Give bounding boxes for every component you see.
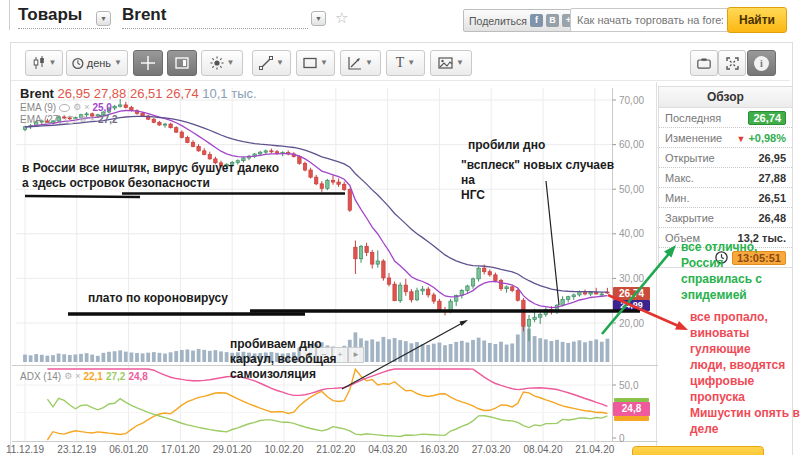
clock-icon [72,57,84,70]
adx-line [47,398,607,436]
ema27-value: 27,2 [98,114,117,125]
eye-icon[interactable] [65,116,76,124]
forecast-icon [348,56,362,70]
crosshair-icon [141,56,155,70]
chevron-down-icon: ▼ [276,59,284,67]
symbol-label[interactable]: Brent [122,5,166,24]
image-tool-button[interactable]: ▼ [430,50,472,76]
overview-row-last: Последняя 26,74 [659,108,792,128]
theme-button[interactable]: ▼ [201,50,243,76]
eye-icon[interactable] [59,104,70,112]
snapshot-button[interactable] [690,50,718,76]
fullscreen-button[interactable] [718,50,746,76]
date-label: 11.12.19 [0,444,51,455]
note-optimistic[interactable]: все отлично, Россия справилась с эпидеми… [681,239,795,303]
svg-text:70,00: 70,00 [619,95,644,106]
svg-text:60,00: 60,00 [619,139,644,150]
text-tool-icon: T [396,55,405,71]
adx-legend: ADX (14) ⚙ × 22,1 27,2 24,8 [20,371,148,382]
date-label: 08.04.20 [517,444,569,455]
gear-icon[interactable]: ⚙ [73,103,81,112]
date-label: 06.01.20 [103,444,155,455]
share-button[interactable]: Поделиться f В + [463,9,581,32]
svg-text:30,00: 30,00 [619,273,644,284]
chevron-down-icon: ▼ [49,59,57,67]
overview-row-high: Макс. 27,88 [659,168,792,188]
legend-symbol: Brent [20,86,54,101]
note-russia-safe[interactable]: в России все ништяк, вирус бушует далеко… [22,161,352,191]
date-label: 29.01.20 [206,444,258,455]
image-icon [438,57,453,69]
shape-tool-button[interactable]: ▼ [296,50,335,76]
overview-row-change: Изменение ▼ +0,98% [659,128,792,148]
overview-row-open: Открытие 26,95 [659,148,792,168]
overview-row-close: Закрытие 26,48 [659,208,792,228]
note-spike-ngs[interactable]: "всплеск" новых случаев на НГС [461,158,621,203]
symbol-selector[interactable]: Brent [122,5,308,29]
chart-area[interactable]: 70,0060,0050,0040,0030,0020,0050,00 Bren… [12,84,658,455]
vk-icon[interactable]: В [546,14,559,27]
adx-pink-badge: 24,8 [613,402,650,416]
interval-button[interactable]: день ▼ [66,50,128,76]
brightness-icon [210,56,224,70]
candlestick-icon [32,56,46,70]
date-label: 10.02.20 [258,444,310,455]
date-label: 16.03.20 [413,444,465,455]
close-icon[interactable]: × [90,115,95,124]
gear-icon[interactable]: ⚙ [79,115,87,124]
panel-toggle-button[interactable] [167,50,197,76]
chart-type-button[interactable]: ▼ [25,50,63,76]
close-icon[interactable]: × [84,103,89,112]
legend-open: 26,95 [58,86,91,101]
note-lockdown[interactable]: пробиваем дно караул, всеобщая самоизоля… [230,337,337,382]
date-label: 17.01.20 [154,444,206,455]
symbol-dropdown-button[interactable]: ▼ [311,11,326,26]
start-trading-button[interactable] [632,446,764,455]
expand-icon [726,57,739,70]
facebook-icon[interactable]: f [530,14,543,27]
date-label: 21.04.20 [569,444,621,455]
legend-volume: 10,1 тыс. [202,86,256,101]
chevron-down-icon: ▼ [320,59,328,67]
trendline-icon [259,56,273,70]
change-value: +0,98% [748,132,786,144]
date-label: 21.02.20 [310,444,362,455]
note-pessimistic[interactable]: все пропало, виноваты гуляющие люди, вво… [690,309,800,437]
interval-label: день [87,57,111,69]
search-button[interactable]: Найти [727,7,787,33]
rectangle-icon [303,57,317,69]
note-plateau[interactable]: плато по короновирусу [88,291,228,306]
overview-title: Обзор [659,87,792,108]
analysis-tool-button[interactable]: ▼ [340,50,381,76]
category-dropdown-button[interactable]: ▼ [96,11,111,26]
chevron-down-icon: ▼ [456,59,464,67]
line-tool-button[interactable]: ▼ [252,50,291,76]
note-broke-bottom[interactable]: пробили дно [468,138,545,153]
svg-text:40,00: 40,00 [619,228,644,239]
crosshair-tool-button[interactable] [133,50,163,76]
legend-high: 27,88 [94,86,127,101]
svg-text:50,00: 50,00 [619,184,644,195]
adx-value: 24,8 [128,371,147,382]
pan-right-button[interactable]: ► [348,347,364,363]
text-tool-button[interactable]: T ▼ [386,50,425,76]
chart-legend: Brent 26,95 27,88 26,51 26,74 10,1 тыс. … [20,86,257,125]
category-label[interactable]: Товары [18,5,82,24]
search-input[interactable] [570,8,730,32]
svg-text:0: 0 [619,433,625,444]
gear-icon[interactable]: ⚙ [64,372,72,381]
price-axis-labels: 70,0060,0050,0040,0030,0020,0050,00 [613,95,645,444]
chevron-down-icon: ▼ [227,59,235,67]
trading-page: { "header": { "category": "Товары", "sym… [0,0,800,455]
close-icon[interactable]: × [75,372,80,381]
down-triangle-icon: ▼ [736,134,745,144]
chart-canvas[interactable]: 70,0060,0050,0040,0030,0020,0050,00 [12,84,658,455]
adx-label: ADX (14) [20,371,61,382]
favorite-star-icon[interactable]: ☆ [335,9,348,27]
chevron-down-icon: ▼ [407,59,415,67]
info-panel-button[interactable]: i [747,50,776,76]
ema9-value: 25,0 [92,102,111,113]
toolbar-divider [11,80,790,81]
legend-low: 26,51 [130,86,163,101]
ema27-label: EMA (27) [20,114,62,125]
